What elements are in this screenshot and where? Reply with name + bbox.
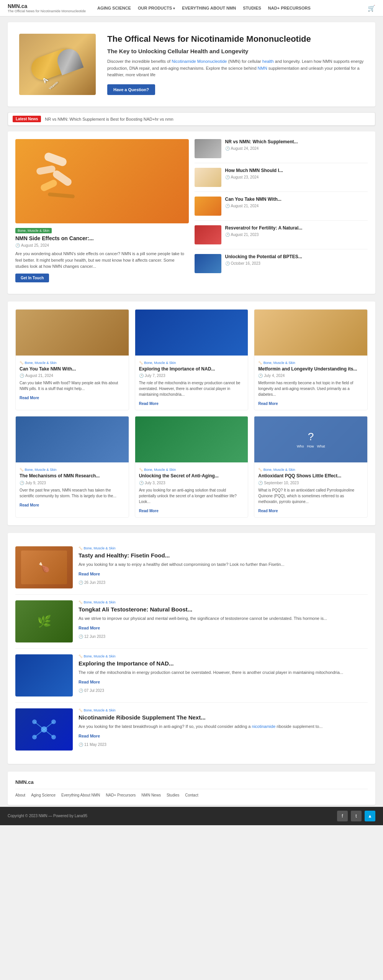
facebook-icon-button[interactable]: f [337,811,348,821]
long-title-3[interactable]: Nicotinamide Riboside Supplement The Nex… [79,714,368,721]
footer-nav-about[interactable]: About [15,793,25,797]
list-item: How Much NMN Should I... 🕐 August 23, 20… [195,168,368,192]
card-date-text-4: July 3, 2023 [145,481,165,485]
long-title-0[interactable]: Tasty and Healthy: Fisetin Food... [79,552,368,559]
nav-studies[interactable]: STUDIES [243,6,261,10]
long-list-image-3 [15,708,73,751]
long-list-item-1: 🌿 🦴 Bone, Muscle & Skin Tongkat Ali Test… [15,595,368,649]
footer-nav-nad[interactable]: NAD+ Precursors [106,793,136,797]
card-image-4 [135,416,248,462]
clock-icon-s1: 🕐 [225,175,230,179]
card-tag-4: 🦴 Bone, Muscle & Skin [139,468,176,472]
card-title-1[interactable]: Exploring the Importance of NAD... [139,366,244,372]
long-read-more-3[interactable]: Read More [79,734,100,738]
long-date-0: 🕐 26 Jun 2023 [79,580,368,585]
clock-icon: 🕐 [15,243,20,247]
card-title-2[interactable]: Metformin and Longevity Understanding it… [258,366,363,372]
card-date-text-0: August 21, 2024 [25,374,53,378]
sidebar-date-text-1: August 23, 2024 [231,175,259,179]
hero-subtitle: The Key to Unlocking Cellular Health and… [107,48,364,54]
long-date-text-1: 12 Jun 2023 [84,634,105,639]
list-item: NR vs NMN: Which Supplement... 🕐 August … [195,139,368,163]
clock-icon-l3: 🕐 [79,742,83,747]
sidebar-item-content-1: How Much NMN Should I... 🕐 August 23, 20… [225,168,283,179]
pill-1 [43,151,68,167]
card-image-3 [16,416,129,462]
card-title-5[interactable]: Antioxidant PQQ Shows Little Effect... [258,473,363,479]
site-logo[interactable]: NMN.ca The Official News for Nicotinamid… [8,3,86,13]
footer-nav-aging[interactable]: Aging Science [31,793,56,797]
footer-nav-everything[interactable]: Everything About NMN [61,793,100,797]
clock-icon-s4: 🕐 [225,261,230,265]
card-body-3: 🦴 Bone, Muscle & Skin The Mechanisms of … [16,462,129,511]
featured-title[interactable]: NMN Side Effects on Cancer:... [15,235,189,241]
footer-nav-studies[interactable]: Studies [167,793,179,797]
site-header: NMN.ca The Official News for Nicotinamid… [0,0,383,16]
nmn-link-1[interactable]: Nicotinamide Mononucleotide [172,59,227,64]
long-tag-3: 🦴 Bone, Muscle & Skin [79,708,368,712]
card-date-text-1: July 7, 2023 [145,374,165,378]
long-title-1[interactable]: Tongkat Ali Testosterone: Natural Boost.… [79,606,368,613]
card-title-3[interactable]: The Mechanisms of NMN Research... [20,473,125,479]
sidebar-item-content-4: Unlocking the Potential of BPTES... 🕐 Oc… [225,254,302,265]
twitter-icon-button[interactable]: t [351,811,362,821]
read-more-1[interactable]: Read More [139,402,159,406]
nav-our-products[interactable]: OUR PRODUCTS [138,6,175,10]
sidebar-thumb-4 [195,254,221,273]
card-title-0[interactable]: Can You Take NMN With... [20,366,125,372]
health-link[interactable]: health [262,59,274,64]
card-date-3: 🕐 July 9, 2023 [20,481,125,485]
featured-img-decor [33,147,171,215]
read-more-5[interactable]: Read More [258,509,278,513]
cart-icon-wrap[interactable]: 🛒 [368,5,375,12]
footer-nav-contact[interactable]: Contact [185,793,198,797]
question-mark-icon: ? [308,431,314,443]
get-in-touch-button[interactable]: Get In Touch [15,274,49,282]
scroll-top-button[interactable]: ▲ [365,811,375,821]
read-more-0[interactable]: Read More [20,396,39,400]
sidebar-item-title-3[interactable]: Resveratrol for Fertility: A Natural... [225,225,303,231]
nav-nad-precursors[interactable]: NAD+ PRECURSORS [268,6,311,10]
clock-icon-l1: 🕐 [79,634,83,639]
sidebar-date-text-3: August 21, 2023 [231,233,259,237]
cart-icon[interactable]: 🛒 [368,5,375,11]
sidebar-item-title-4[interactable]: Unlocking the Potential of BPTES... [225,254,302,260]
read-more-2[interactable]: Read More [258,402,278,406]
nav-aging-science[interactable]: AGING SCIENCE [97,6,131,10]
card-text-5: What is PQQ? It is an antioxidant called… [258,487,363,505]
card-body-1: 🦴 Bone, Muscle & Skin Exploring the Impo… [135,356,248,410]
long-list-image-1: 🌿 [15,600,73,642]
long-date-text-0: 26 Jun 2023 [84,580,105,585]
read-more-4[interactable]: Read More [139,509,159,513]
clock-icon-l2: 🕐 [79,688,83,693]
sidebar-item-content-2: Can You Take NMN With... 🕐 August 21, 20… [225,197,282,208]
read-more-3[interactable]: Read More [20,503,39,507]
sidebar-thumb-0 [195,139,221,158]
long-read-more-2[interactable]: Read More [79,680,100,684]
question-button[interactable]: Have a Question? [107,84,155,95]
card-text-1: The role of the mitochondria in energy p… [139,380,244,397]
nicotinamide-link[interactable]: nicotinamide [252,724,276,729]
footer-divider [15,789,368,789]
what-label: What [317,444,325,448]
sidebar-item-title-1[interactable]: How Much NMN Should I... [225,168,283,174]
card-title-4[interactable]: Unlocking the Secret of Anti-Aging... [139,473,244,479]
latest-badge: Latest News [13,116,41,122]
long-list-image-0: 🍗 [15,546,73,588]
ticker-text[interactable]: NR vs NMN: Which Supplement is Best for … [45,117,173,121]
sidebar-item-title-2[interactable]: Can You Take NMN With... [225,197,282,203]
footer-nav-news[interactable]: NMN News [141,793,161,797]
long-read-more-1[interactable]: Read More [79,626,100,630]
card-date-text-2: July 4, 2024 [264,374,285,378]
clock-icon-c1: 🕐 [139,374,144,378]
long-title-2[interactable]: Exploring the Importance of NAD... [79,660,368,667]
long-read-more-0[interactable]: Read More [79,572,100,576]
sidebar-item-title-0[interactable]: NR vs NMN: Which Supplement... [225,139,298,145]
featured-tag: Bone, Muscle & Skin [15,228,52,233]
long-date-3: 🕐 11 May 2023 [79,742,368,747]
footer-nav: About Aging Science Everything About NMN… [15,793,368,797]
hero-image: AVitamin [19,34,96,95]
clock-icon-c2: 🕐 [258,374,263,378]
nmn-link-2[interactable]: NMN [258,66,267,70]
nav-everything-nmn[interactable]: EVERYTHING ABOUT NMN [182,6,236,10]
